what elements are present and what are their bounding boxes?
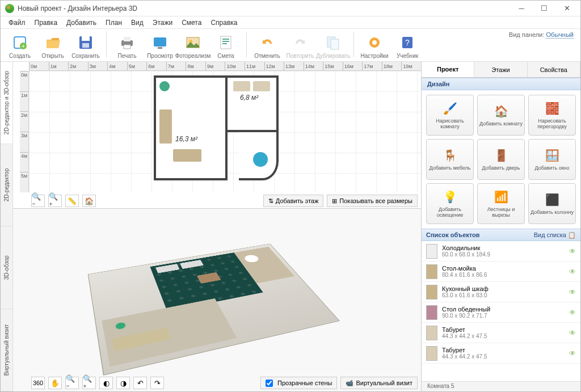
svg-rect-10 <box>158 47 162 49</box>
zoom-out-icon[interactable]: 🔍⁻ <box>31 195 45 207</box>
design-stairs-button[interactable]: 📶Лестницы и вырезы <box>477 183 525 224</box>
panel-view-link[interactable]: Обычный <box>546 31 574 39</box>
object-row[interactable]: Стол-мойка80.4 x 61.6 x 86.6👁 <box>422 262 580 282</box>
list-view-toggle[interactable]: Вид списка <box>534 231 566 238</box>
menu-file[interactable]: Файл <box>4 18 30 28</box>
visibility-icon[interactable]: 👁 <box>569 268 576 276</box>
plan-2d-view[interactable]: 0м1м2м3м4м5м6м7м8м9м10м11м12м13м14м15м16… <box>13 62 421 208</box>
object-list-footer: Комната 5 <box>422 381 580 391</box>
visibility-icon[interactable]: 👁 <box>569 309 576 317</box>
menu-edit[interactable]: Правка <box>30 18 62 28</box>
stairs-icon: 📶 <box>493 189 509 205</box>
visibility-icon[interactable]: 👁 <box>569 329 576 337</box>
menu-plan[interactable]: План <box>101 18 127 28</box>
minimize-button[interactable]: ─ <box>510 1 533 16</box>
close-button[interactable]: ✕ <box>555 1 578 16</box>
create-icon: + <box>11 33 29 52</box>
svg-rect-7 <box>124 37 130 41</box>
create-button[interactable]: +Создать <box>4 32 36 59</box>
visibility-icon[interactable]: 👁 <box>569 247 576 255</box>
render-3d-view[interactable]: 360 ✋ 🔍⁻ 🔍⁺ ◐ ◑ ↶ ↷ Прозрачные стены 📹Ви… <box>13 208 421 391</box>
add-floor-button[interactable]: ⇅Добавить этаж <box>263 195 323 207</box>
design-draw-wall-button[interactable]: 🧱Нарисовать перегородку <box>528 95 576 136</box>
vtab-3d[interactable]: 3D-обзор <box>1 227 12 309</box>
rotate-left-icon[interactable]: ↶ <box>133 377 147 389</box>
object-row[interactable]: Холодильник60.0 x 68.0 x 184.9👁 <box>422 241 580 262</box>
save-button[interactable]: Сохранить <box>70 32 102 59</box>
menu-add[interactable]: Добавить <box>62 18 101 28</box>
svg-rect-9 <box>154 37 166 47</box>
add-room-icon: 🏠 <box>493 103 509 119</box>
svg-rect-14 <box>222 39 229 40</box>
floor-plan[interactable]: 16,3 м² 6,8 м² <box>154 75 279 180</box>
zoom-in-3d-icon[interactable]: 🔍⁺ <box>82 377 96 389</box>
preview-icon <box>151 33 169 52</box>
photoreal-button[interactable]: Фотореализм <box>177 32 209 59</box>
maximize-button[interactable]: ☐ <box>533 1 555 16</box>
svg-rect-4 <box>82 36 90 41</box>
visibility-icon[interactable]: 👁 <box>569 349 576 357</box>
print-icon <box>118 33 136 52</box>
vtab-vr[interactable]: Виртуальный визит <box>1 309 12 391</box>
menu-help[interactable]: Справка <box>206 18 242 28</box>
redo-button[interactable]: Повторить <box>284 32 316 59</box>
design-add-furniture-button[interactable]: 🪑Добавить мебель <box>426 139 474 180</box>
object-row[interactable]: Стол обеденный90.0 x 90.2 x 71.7👁 <box>422 302 580 323</box>
menu-view[interactable]: Вид <box>127 18 148 28</box>
rotate-360-icon[interactable]: 360 <box>31 377 45 389</box>
preview-button[interactable]: Просмотр <box>144 32 176 59</box>
render-3d-tools: 360 ✋ 🔍⁻ 🔍⁺ ◐ ◑ ↶ ↷ <box>31 377 164 389</box>
open-icon <box>44 33 62 52</box>
undo-button[interactable]: Отменить <box>251 32 283 59</box>
design-add-light-button[interactable]: 💡Добавить освещение <box>426 183 474 224</box>
design-add-window-button[interactable]: 🪟Добавить окно <box>528 139 576 180</box>
visibility-icon[interactable]: 👁 <box>569 288 576 296</box>
measure-icon[interactable]: 📏 <box>65 195 79 207</box>
transparent-walls-toggle[interactable]: Прозрачные стены <box>260 377 337 389</box>
design-draw-room-button[interactable]: 🖌️Нарисовать комнату <box>426 95 474 136</box>
design-add-room-button[interactable]: 🏠Добавить комнату <box>477 95 525 136</box>
object-row[interactable]: Табурет44.3 x 44.2 x 47.5👁 <box>422 343 580 364</box>
svg-rect-5 <box>82 43 89 48</box>
rotate-right-icon[interactable]: ↷ <box>150 377 164 389</box>
object-row[interactable]: Табурет44.3 x 44.2 x 47.5👁 <box>422 323 580 343</box>
tab-project[interactable]: Проект <box>422 62 474 77</box>
tilt-up-icon[interactable]: ◑ <box>116 377 130 389</box>
tilt-down-icon[interactable]: ◐ <box>99 377 113 389</box>
object-list[interactable]: Холодильник60.0 x 68.0 x 184.9👁Стол-мойк… <box>422 241 580 381</box>
window-title: Новый проект - Дизайн Интерьера 3D <box>18 5 510 12</box>
menu-cost[interactable]: Смета <box>177 18 206 28</box>
pan-icon[interactable]: ✋ <box>48 377 62 389</box>
open-button[interactable]: Открыть <box>37 32 69 59</box>
vtab-2d[interactable]: 2D-редактор <box>1 144 12 226</box>
show-sizes-button[interactable]: ⊞Показывать все размеры <box>327 195 418 207</box>
render-3d-scene[interactable] <box>88 244 340 376</box>
zoom-out-3d-icon[interactable]: 🔍⁻ <box>65 377 79 389</box>
help-button[interactable]: ?Учебник <box>391 32 423 59</box>
design-header: Дизайн <box>422 78 580 90</box>
home-icon[interactable]: 🏠 <box>82 195 96 207</box>
add-furniture-icon: 🪑 <box>442 147 458 163</box>
object-thumb-icon <box>426 305 437 320</box>
tab-floors[interactable]: Этажи <box>474 62 527 77</box>
tab-properties[interactable]: Свойства <box>528 62 580 77</box>
photoreal-icon <box>184 33 202 52</box>
add-column-icon: ⬛ <box>544 192 560 208</box>
svg-rect-18 <box>331 39 339 49</box>
print-button[interactable]: Печать <box>111 32 143 59</box>
vtab-2d3d[interactable]: 2D-редактор и 3D-обзор <box>1 62 12 144</box>
cost-button[interactable]: Смета <box>210 32 242 59</box>
draw-wall-icon: 🧱 <box>544 100 560 116</box>
virtual-visit-button[interactable]: 📹Виртуальный визит <box>340 377 418 389</box>
settings-button[interactable]: Настройки <box>359 32 390 59</box>
design-add-door-button[interactable]: 🚪Добавить дверь <box>477 139 525 180</box>
zoom-in-icon[interactable]: 🔍⁺ <box>48 195 62 207</box>
duplicate-icon <box>324 33 342 52</box>
design-add-column-button[interactable]: ⬛Добавить колонну <box>528 183 576 224</box>
grid-2d[interactable]: 16,3 м² 6,8 м² <box>29 71 421 192</box>
duplicate-button[interactable]: Дублировать <box>317 32 349 59</box>
cost-icon <box>217 33 235 52</box>
menu-floors[interactable]: Этажи <box>148 18 177 28</box>
object-row[interactable]: Кухонный шкаф63.0 x 61.6 x 83.0👁 <box>422 282 580 302</box>
settings-icon <box>365 33 384 52</box>
